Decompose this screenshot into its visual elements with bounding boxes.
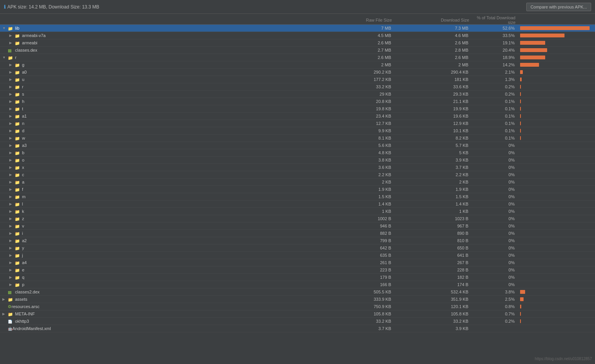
table-row[interactable]: w8.1 KB8.2 KB0.1% [0, 135, 595, 142]
expand-arrow[interactable] [9, 209, 15, 213]
expand-arrow[interactable] [9, 41, 15, 45]
expand-arrow[interactable] [9, 114, 15, 118]
expand-arrow[interactable] [9, 239, 15, 243]
folder-icon [15, 92, 21, 96]
table-row[interactable]: lib7 MB7.3 MB52.6% [0, 25, 595, 32]
expand-arrow[interactable] [9, 136, 15, 140]
expand-arrow[interactable] [9, 85, 15, 89]
bar-background [520, 41, 593, 45]
download-size: 2 MB [394, 62, 471, 67]
expand-arrow[interactable] [2, 26, 8, 30]
table-row[interactable]: a123.4 KB19.6 KB0.1% [0, 113, 595, 120]
expand-arrow[interactable] [9, 158, 15, 162]
expand-arrow[interactable] [9, 70, 15, 74]
expand-arrow[interactable] [9, 180, 15, 184]
expand-arrow[interactable] [9, 78, 15, 81]
raw-size: 1.9 KB [340, 187, 394, 192]
table-row[interactable]: AndroidManifest.xml3.7 KB3.9 KB [0, 325, 595, 332]
size-bar-cell [518, 78, 595, 81]
file-name: l [22, 202, 23, 206]
table-row[interactable]: n12.7 KB12.9 KB0.1% [0, 120, 595, 127]
expand-arrow[interactable] [2, 312, 8, 316]
table-row[interactable]: u177.2 KB181 KB1.3% [0, 76, 595, 83]
expand-arrow[interactable] [9, 187, 15, 191]
table-row[interactable]: classes2.dex505.5 KB532.4 KB3.8% [0, 288, 595, 296]
table-row[interactable]: a0290.2 KB290.4 KB2.1% [0, 69, 595, 76]
table-row[interactable]: b4.8 KB5 KB0% [0, 149, 595, 157]
expand-arrow[interactable] [9, 195, 15, 199]
table-row[interactable]: l1.4 KB1.4 KB0% [0, 201, 595, 208]
expand-arrow[interactable] [9, 261, 15, 265]
bar-background [520, 327, 593, 330]
table-row[interactable]: c2.2 KB2.2 KB0% [0, 171, 595, 179]
table-row[interactable]: q179 B182 B0% [0, 274, 595, 281]
table-row[interactable]: h20.8 KB21.1 KB0.1% [0, 98, 595, 105]
expand-arrow[interactable] [9, 143, 15, 147]
table-row[interactable]: armeabi2.6 MB2.6 MB19.1% [0, 39, 595, 47]
pct-total: 0.7% [471, 312, 518, 316]
expand-arrow[interactable] [9, 99, 15, 103]
expand-arrow[interactable] [9, 202, 15, 206]
table-row[interactable]: a4261 B267 B0% [0, 259, 595, 266]
bar-background [520, 305, 593, 308]
download-size: 182 B [394, 275, 471, 280]
table-row[interactable]: p166 B174 B0% [0, 281, 595, 288]
table-row[interactable]: okhttp333.2 KB33.2 KB0.2% [0, 318, 595, 325]
table-row[interactable]: r33.2 KB33.6 KB0.2% [0, 83, 595, 91]
table-row[interactable]: y642 B650 B0% [0, 244, 595, 252]
expand-arrow[interactable] [9, 92, 15, 96]
table-row[interactable]: e223 B228 B0% [0, 266, 595, 274]
expand-arrow[interactable] [9, 268, 15, 272]
bar-fill [520, 121, 521, 125]
raw-size: 2.2 KB [340, 172, 394, 177]
expand-arrow[interactable] [9, 283, 15, 286]
bar-background [520, 129, 593, 133]
expand-arrow[interactable] [9, 107, 15, 111]
expand-arrow[interactable] [9, 253, 15, 257]
expand-arrow[interactable] [9, 224, 15, 228]
download-size: 228 B [394, 268, 471, 272]
table-row[interactable]: classes.dex2.7 MB2.8 MB20.4% [0, 47, 595, 54]
table-row[interactable]: j635 B641 B0% [0, 252, 595, 259]
table-row[interactable]: a2799 B810 B0% [0, 237, 595, 244]
table-row[interactable]: f1.9 KB1.9 KB0% [0, 186, 595, 193]
table-row[interactable]: g2 MB2 MB14.2% [0, 61, 595, 69]
table-row[interactable]: k1 KB1 KB0% [0, 208, 595, 215]
expand-arrow[interactable] [9, 173, 15, 177]
expand-arrow[interactable] [9, 165, 15, 169]
expand-arrow[interactable] [9, 34, 15, 37]
expand-arrow[interactable] [9, 275, 15, 279]
raw-size: 223 B [340, 268, 394, 272]
expand-arrow[interactable] [9, 121, 15, 125]
pct-total: 0% [471, 158, 518, 162]
expand-arrow[interactable] [9, 129, 15, 133]
table-row[interactable]: r2.6 MB2.6 MB18.9% [0, 54, 595, 61]
table-row[interactable]: assets333.9 KB351.9 KB2.5% [0, 296, 595, 303]
pct-total: 0% [471, 238, 518, 243]
expand-arrow[interactable] [2, 56, 8, 59]
size-bar-cell [518, 319, 595, 323]
raw-size: 177.2 KB [340, 77, 394, 82]
expand-arrow[interactable] [9, 151, 15, 155]
table-row[interactable]: x3.6 KB3.7 KB0% [0, 164, 595, 171]
table-row[interactable]: META-INF105.8 KB105.8 KB0.7% [0, 310, 595, 318]
table-row[interactable]: a2 KB2 KB0% [0, 179, 595, 186]
table-row[interactable]: t19.8 KB19.9 KB0.1% [0, 105, 595, 113]
table-row[interactable]: o3.8 KB3.9 KB0% [0, 157, 595, 164]
table-row[interactable]: resources.arsc750.9 KB120.1 KB0.8% [0, 303, 595, 310]
table-row[interactable]: armeabi-v7a4.5 MB4.6 MB33.5% [0, 32, 595, 39]
expand-arrow[interactable] [9, 217, 15, 221]
table-row[interactable]: i882 B890 B0% [0, 230, 595, 237]
table-row[interactable]: m1.5 KB1.5 KB0% [0, 193, 595, 201]
expand-arrow[interactable] [9, 246, 15, 250]
table-row[interactable]: a35.6 KB5.7 KB0% [0, 142, 595, 149]
expand-arrow[interactable] [2, 297, 8, 301]
folder-icon [15, 165, 21, 170]
table-row[interactable]: d9.9 KB10.1 KB0.1% [0, 127, 595, 135]
expand-arrow[interactable] [9, 231, 15, 235]
expand-arrow[interactable] [9, 63, 15, 67]
table-row[interactable]: z1002 B1023 B0% [0, 215, 595, 222]
table-row[interactable]: v946 B967 B0% [0, 222, 595, 230]
compare-button[interactable]: Compare with previous APK... [526, 3, 591, 11]
table-row[interactable]: s29 KB29.3 KB0.2% [0, 91, 595, 98]
